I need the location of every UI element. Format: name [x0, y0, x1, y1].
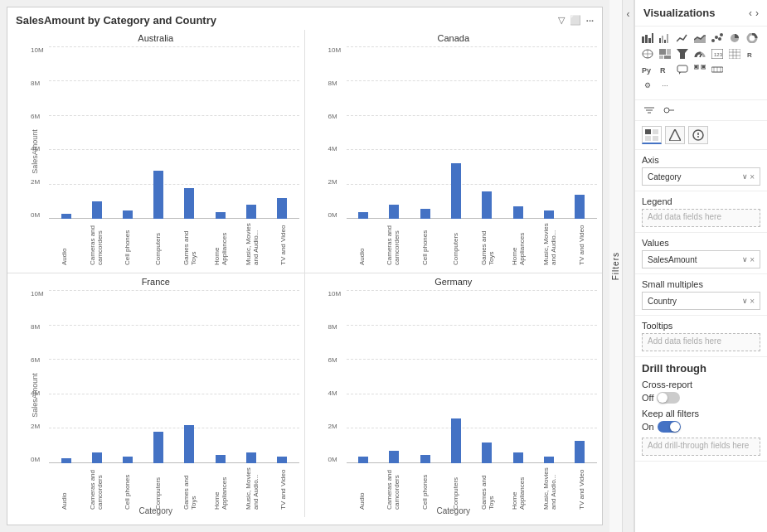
viz-icon-custom[interactable]: [710, 63, 725, 76]
axis-section: Axis Category ∨ ×: [635, 150, 767, 191]
viz-icon-stacked-bar[interactable]: [640, 31, 655, 45]
viz-icons-section: 123 R Py R ⚙ ···: [635, 27, 767, 100]
x-axis-title-france: Category: [7, 506, 304, 515]
panel-nav-arrows: ‹ ›: [749, 7, 759, 19]
viz-icon-speech-bubble[interactable]: [675, 63, 690, 76]
panel-title-canada: Canada: [305, 30, 603, 43]
viz-icon-python[interactable]: Py: [640, 63, 655, 76]
viz-icon-donut[interactable]: [745, 31, 760, 45]
bars-germany: [347, 290, 598, 463]
svg-marker-22: [677, 49, 688, 59]
svg-text:R: R: [660, 66, 666, 75]
axis-remove-icon[interactable]: ×: [750, 172, 755, 181]
axis-dropdown-icon[interactable]: ∨: [742, 172, 748, 181]
svg-rect-49: [645, 129, 651, 134]
filter-icon[interactable]: ▽: [558, 15, 565, 26]
values-remove-icon[interactable]: ×: [750, 255, 755, 264]
analytics-format-tab[interactable]: [688, 126, 708, 144]
values-dropdown-icon[interactable]: ∨: [742, 255, 748, 264]
viz-icon-clustered-bar[interactable]: [658, 31, 672, 45]
viz-icon-more2[interactable]: ···: [658, 79, 672, 92]
panel-france: France SalesAmount 10M 8M 6M 4M 2M 0M: [7, 273, 305, 517]
chevron-left-icon: ‹: [627, 8, 630, 20]
panel-australia: Australia SalesAmount 10M 8M 6M 4M 2M 0M: [7, 30, 305, 273]
panel-germany: Germany 10M 8M 6M 4M 2M 0M: [305, 273, 603, 517]
svg-rect-26: [729, 49, 740, 59]
bars-australia: [49, 46, 299, 219]
small-multiples-section: Small multiples Country ∨ ×: [635, 274, 767, 316]
viz-icon-pie[interactable]: [727, 31, 742, 45]
viz-icon-funnel[interactable]: [675, 47, 690, 60]
visualizations-title: Visualizations: [643, 7, 715, 19]
visualizations-header: Visualizations ‹ ›: [635, 0, 767, 27]
viz-icon-scatter[interactable]: [710, 31, 725, 45]
panel-title-germany: Germany: [305, 273, 603, 287]
chart-header-icons: ▽ ⬜ ···: [558, 15, 594, 26]
small-multiples-field-box[interactable]: Country ∨ ×: [642, 292, 760, 310]
viz-icons-row-3: Py R: [640, 63, 762, 76]
drill-through-placeholder: Add drill-through fields here: [648, 441, 749, 450]
values-field-box[interactable]: SalesAmount ∨ ×: [642, 250, 760, 268]
svg-rect-4: [659, 38, 661, 43]
axis-field-box[interactable]: Category ∨ ×: [642, 167, 760, 186]
tooltips-field-box[interactable]: Add data fields here: [642, 333, 760, 351]
viz-icon-r-script[interactable]: R: [658, 63, 672, 76]
viz-icon-map[interactable]: [640, 47, 655, 60]
viz-icon-matrix[interactable]: R: [745, 47, 760, 60]
svg-text:123: 123: [714, 52, 723, 57]
viz-icon-settings2[interactable]: ⚙: [640, 79, 655, 92]
fields-format-tab[interactable]: [642, 126, 662, 144]
viz-icon-secondary2[interactable]: [662, 104, 677, 117]
panel-title-australia: Australia: [7, 30, 304, 43]
svg-line-23: [700, 54, 701, 57]
legend-section: Legend Add data fields here: [635, 191, 767, 233]
viz-icon-card[interactable]: 123: [710, 47, 725, 60]
more-icon[interactable]: ···: [586, 16, 594, 26]
chart-main-area: SalesAmount by Category and Country ▽ ⬜ …: [0, 0, 609, 532]
svg-marker-8: [694, 36, 706, 43]
svg-rect-34: [677, 65, 687, 72]
legend-field-box[interactable]: Add data fields here: [642, 209, 760, 227]
cross-report-label: Cross-report: [642, 380, 760, 389]
panel-canada: Canada 10M 8M 6M 4M 2M 0M: [305, 30, 603, 273]
legend-placeholder: Add data fields here: [648, 212, 721, 221]
x-labels-australia: Audio Cameras and camcorders Cell phones…: [49, 220, 299, 269]
keep-filters-toggle[interactable]: [658, 421, 681, 433]
svg-rect-1: [645, 35, 648, 43]
format-format-tab[interactable]: [665, 126, 685, 144]
viz-icon-treemap[interactable]: [658, 47, 672, 60]
filters-sidebar[interactable]: Filters: [609, 0, 623, 532]
cross-report-row: Cross-report Off: [642, 380, 760, 404]
svg-point-9: [711, 39, 715, 42]
viz-icon-area[interactable]: [692, 31, 707, 45]
keep-filters-label: Keep all filters: [642, 409, 760, 418]
chevron-left-panel-icon[interactable]: ‹: [749, 7, 752, 19]
collapse-arrow-button[interactable]: ‹: [623, 0, 634, 532]
viz-icon-qr[interactable]: [692, 63, 707, 76]
drill-through-fields-box[interactable]: Add drill-through fields here: [642, 438, 760, 456]
cross-report-toggle[interactable]: [657, 392, 680, 404]
keep-filters-knob: [670, 422, 680, 432]
chevron-right-panel-icon[interactable]: ›: [755, 7, 759, 19]
viz-icon-table-visual[interactable]: [727, 47, 742, 60]
expand-icon[interactable]: ⬜: [570, 15, 581, 26]
svg-rect-37: [695, 65, 697, 68]
viz-icon-filter-settings[interactable]: [642, 104, 657, 117]
svg-rect-5: [662, 36, 663, 43]
bars-france: [49, 290, 299, 463]
tooltips-section: Tooltips Add data fields here: [635, 316, 767, 357]
viz-icon-gauge[interactable]: [692, 47, 707, 60]
svg-point-47: [664, 108, 669, 113]
drill-through-section: Drill through Cross-report Off Keep all …: [635, 357, 767, 462]
small-multiples-dropdown-icon[interactable]: ∨: [742, 297, 748, 306]
svg-text:R: R: [747, 51, 752, 59]
small-multiples-label: Small multiples: [642, 279, 760, 289]
viz-icon-line[interactable]: [675, 31, 690, 45]
svg-rect-20: [659, 56, 663, 59]
y-ticks-australia: 10M 8M 6M 4M 2M 0M: [31, 46, 44, 219]
small-multiples-remove-icon[interactable]: ×: [750, 297, 755, 306]
small-multiples-value: Country: [648, 297, 677, 306]
secondary-icons-row: [635, 100, 767, 121]
panel-title-france: France: [7, 273, 304, 287]
drill-through-title: Drill through: [642, 362, 760, 375]
